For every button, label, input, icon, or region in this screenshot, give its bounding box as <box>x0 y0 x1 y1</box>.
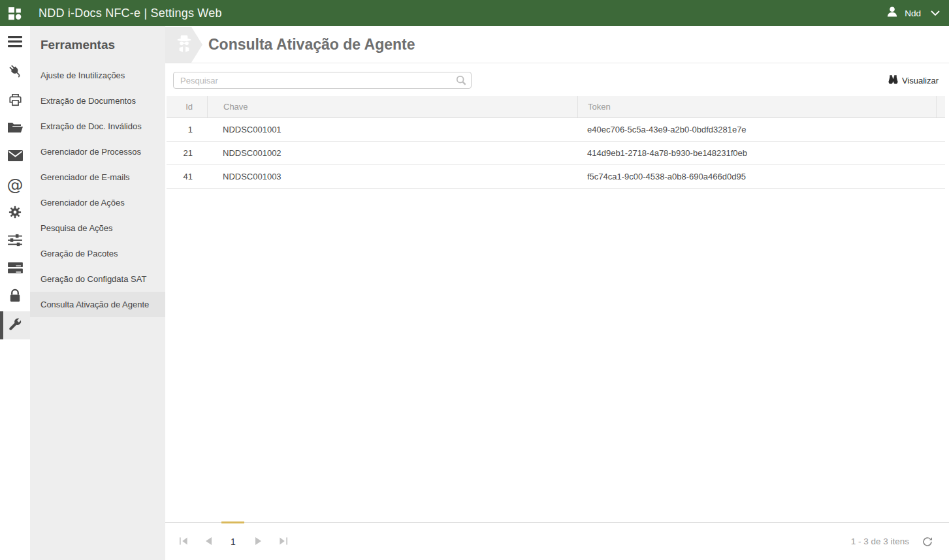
search-input[interactable] <box>173 72 472 89</box>
cell-token: 414d9eb1-2718-4a78-b930-be148231f0eb <box>577 148 936 158</box>
page-prev-button[interactable] <box>196 532 221 552</box>
page-title: Consulta Ativação de Agente <box>208 36 415 54</box>
visualizar-label: Visualizar <box>902 76 939 86</box>
sidebar-item-gerenciador-emails[interactable]: Gerenciador de E-mails <box>30 164 165 190</box>
pagination-bar: 1 1 - 3 de 3 itens <box>165 522 949 560</box>
cell-token: f5c74ca1-9c00-4538-a0b8-690a466d0d95 <box>577 172 936 181</box>
agent-icon <box>174 33 195 57</box>
rail-item-emails[interactable] <box>0 143 30 171</box>
page-prev-icon <box>206 536 212 548</box>
cell-chave: NDDSC001002 <box>207 148 577 158</box>
page-first-button[interactable] <box>171 532 196 552</box>
refresh-button[interactable] <box>922 536 933 548</box>
wrench-icon <box>8 317 22 334</box>
column-header-token[interactable]: Token <box>577 96 936 117</box>
pagination-info: 1 - 3 de 3 itens <box>851 537 909 546</box>
cell-id: 1 <box>167 125 207 134</box>
main-content: Consulta Ativação de Agente <box>165 26 949 560</box>
current-page-indicator <box>221 521 244 523</box>
table-header-row: Id Chave Token <box>167 96 945 118</box>
table-row[interactable]: 41 NDDSC001003 f5c74ca1-9c00-4538-a0b8-6… <box>167 165 945 189</box>
rail-item-security[interactable] <box>0 283 30 311</box>
rail-item-servers[interactable] <box>0 255 30 283</box>
envelope-icon <box>8 150 23 164</box>
rail-item-doc-invalidos[interactable] <box>0 115 30 143</box>
app-title: NDD i-Docs NFC-e | Settings Web <box>39 7 222 20</box>
cell-chave: NDDSC001001 <box>207 125 577 134</box>
app-grid-icon[interactable] <box>7 5 24 22</box>
rail-item-extracao-documentos[interactable] <box>0 87 30 115</box>
sidebar-item-extracao-doc-invalidos[interactable]: Extração de Doc. Inválidos <box>30 114 165 139</box>
tools-sidebar: Ferramentas Ajuste de Inutilizações Extr… <box>30 26 165 560</box>
sidebar-item-geracao-pacotes[interactable]: Geração de Pacotes <box>30 241 165 266</box>
server-icon <box>8 262 23 277</box>
selected-rail-indicator <box>0 311 3 339</box>
table-row[interactable]: 1 NDDSC001001 e40ec706-5c5a-43e9-a2b0-0b… <box>167 118 945 142</box>
rail-item-tools[interactable] <box>0 311 30 339</box>
page-next-icon <box>255 536 261 548</box>
rail-item-inutilizacoes[interactable] <box>0 59 30 87</box>
sidebar-item-pesquisa-acoes[interactable]: Pesquisa de Ações <box>30 215 165 241</box>
binoculars-icon <box>888 75 898 86</box>
rail-item-config[interactable] <box>0 199 30 227</box>
menu-icon <box>8 36 22 50</box>
page-next-button[interactable] <box>246 532 270 552</box>
icon-rail: @ <box>0 26 30 560</box>
column-header-id[interactable]: Id <box>167 102 207 112</box>
page-number-button[interactable]: 1 <box>221 532 246 552</box>
page-header: Consulta Ativação de Agente <box>165 26 949 63</box>
chevron-down-icon <box>931 10 940 16</box>
plug-icon <box>8 64 23 82</box>
lock-icon <box>8 288 22 306</box>
rail-item-email-manager[interactable]: @ <box>0 171 30 199</box>
sidebar-item-gerenciador-acoes[interactable]: Gerenciador de Ações <box>30 190 165 215</box>
sidebar-item-ajuste-inutilizacoes[interactable]: Ajuste de Inutilizações <box>30 63 165 88</box>
folder-open-icon <box>7 121 23 137</box>
agent-badge <box>165 27 202 63</box>
user-icon <box>886 5 899 21</box>
column-header-chave[interactable]: Chave <box>207 96 577 117</box>
user-name: Ndd <box>905 8 921 18</box>
sidebar-item-consulta-ativacao-agente[interactable]: Consulta Ativação de Agente <box>30 292 165 317</box>
visualizar-button[interactable]: Visualizar <box>888 75 939 86</box>
search-icon[interactable] <box>456 75 466 86</box>
printer-icon <box>8 93 23 110</box>
page-last-icon <box>279 536 287 548</box>
cell-id: 21 <box>167 148 207 158</box>
column-header-spacer <box>936 96 945 117</box>
sidebar-heading: Ferramentas <box>30 33 165 63</box>
sidebar-item-extracao-documentos[interactable]: Extração de Documentos <box>30 88 165 114</box>
page-first-icon <box>180 536 188 548</box>
gear-icon <box>8 205 22 222</box>
topbar: NDD i-Docs NFC-e | Settings Web Ndd <box>0 0 949 26</box>
cell-token: e40ec706-5c5a-43e9-a2b0-0bdfd3281e7e <box>577 125 936 134</box>
at-sign-icon: @ <box>7 177 24 193</box>
agents-table: Id Chave Token 1 NDDSC001001 e40ec706-5c… <box>167 96 945 189</box>
cell-id: 41 <box>167 172 207 181</box>
page-last-button[interactable] <box>270 532 295 552</box>
cell-chave: NDDSC001003 <box>207 172 577 181</box>
user-menu[interactable]: Ndd <box>886 5 940 21</box>
toolbar: Visualizar <box>165 63 949 89</box>
table-row[interactable]: 21 NDDSC001002 414d9eb1-2718-4a78-b930-b… <box>167 142 945 165</box>
sidebar-item-gerenciador-processos[interactable]: Gerenciador de Processos <box>30 139 165 164</box>
sliders-icon <box>8 234 22 249</box>
rail-item-parameters[interactable] <box>0 227 30 255</box>
sidebar-item-geracao-configdata-sat[interactable]: Geração do Configdata SAT <box>30 266 165 292</box>
menu-toggle-button[interactable] <box>0 30 30 56</box>
